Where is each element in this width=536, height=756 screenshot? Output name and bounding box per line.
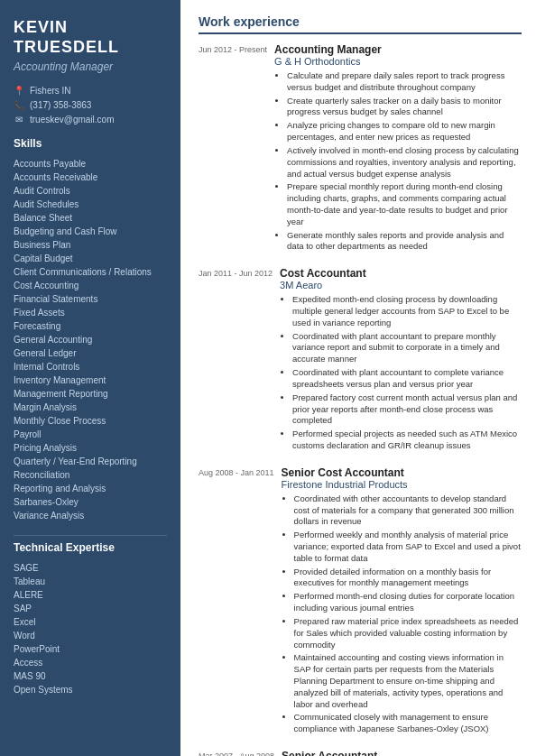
bullet-item: Performed special projects as needed suc… <box>292 429 522 452</box>
bullet-item: Maintained accounting and costing views … <box>294 652 522 710</box>
phone-icon: 📞 <box>14 100 24 110</box>
bullet-item: Calculate and prepare daily sales report… <box>287 70 522 94</box>
job-dates: Mar 2007 - Aug 2008 <box>199 750 274 756</box>
bullet-item: Generate monthly sales reports and provi… <box>287 230 522 254</box>
job-title: Accounting Manager <box>274 43 522 56</box>
jobs-container: Jun 2012 - PresentAccounting ManagerG & … <box>199 43 522 756</box>
job-bullets: Coordinated with other accountants to de… <box>282 493 522 735</box>
phone-item: 📞 (317) 358-3863 <box>14 100 167 110</box>
bullet-item: Create quarterly sales tracker on a dail… <box>287 96 522 119</box>
main-content: Work experience Jun 2012 - PresentAccoun… <box>180 0 536 756</box>
skill-item: Audit Controls <box>14 184 167 198</box>
job-company: Firestone Industrial Products <box>282 479 522 490</box>
job-title: Senior Accountant <box>282 750 522 756</box>
location-item: 📍 Fishers IN <box>14 86 167 96</box>
job-dates: Jun 2012 - Present <box>199 43 267 56</box>
bullet-item: Coordinated with plant accountant to pre… <box>292 331 522 365</box>
sidebar: KEVIN TRUESDELL Accounting Manager 📍 Fis… <box>0 0 180 756</box>
bullet-item: Prepared factory cost current month actu… <box>292 392 522 427</box>
skill-item: Budgeting and Cash Flow <box>14 225 167 238</box>
phone-text: (317) 358-3863 <box>30 100 91 110</box>
skill-item: General Ledger <box>14 346 167 360</box>
skill-item: Balance Sheet <box>14 211 167 225</box>
bullet-item: Prepared raw material price index spread… <box>294 616 522 650</box>
skill-item: Cost Accounting <box>14 279 167 292</box>
skill-item: Capital Budget <box>14 252 167 265</box>
skill-item: Monthly Close Process <box>14 414 167 428</box>
bullet-item: Expedited month-end closing process by d… <box>292 294 522 328</box>
skill-item: General Accounting <box>14 333 167 346</box>
skill-item: Financial Statements <box>14 292 167 306</box>
bullet-item: Prepare special monthly report during mo… <box>287 181 522 227</box>
job-entry: Mar 2007 - Aug 2008Senior AccountantFire… <box>199 750 522 756</box>
skill-item: Fixed Assets <box>14 306 167 319</box>
skill-item: Client Communications / Relations <box>14 265 167 279</box>
tech-item: MAS 90 <box>14 669 167 683</box>
tech-item: Open Systems <box>14 683 167 696</box>
tech-list: SAGETableauALERESAPExcelWordPowerPointAc… <box>14 561 167 696</box>
skill-item: Quarterly / Year-End Reporting <box>14 455 167 468</box>
bullet-item: Coordinated with other accountants to de… <box>294 493 522 528</box>
work-experience-title: Work experience <box>199 14 522 34</box>
location-icon: 📍 <box>14 86 24 96</box>
skill-item: Reporting and Analysis <box>14 482 167 495</box>
skills-list: Accounts PayableAccounts ReceivableAudit… <box>14 157 167 522</box>
skill-item: Accounts Payable <box>14 157 167 171</box>
tech-item: SAP <box>14 602 167 615</box>
tech-item: Access <box>14 656 167 669</box>
skill-item: Forecasting <box>14 319 167 333</box>
job-company: 3M Aearo <box>280 280 522 290</box>
job-entry: Aug 2008 - Jan 2011Senior Cost Accountan… <box>199 466 522 737</box>
tech-item: PowerPoint <box>14 642 167 656</box>
skills-section-title: Skills <box>14 137 167 150</box>
contact-section: 📍 Fishers IN 📞 (317) 358-3863 ✉ trueskev… <box>14 86 167 124</box>
job-bullets: Expedited month-end closing process by d… <box>280 294 522 452</box>
bullet-item: Actively involved in month-end closing p… <box>287 145 522 180</box>
email-item: ✉ trueskev@gmail.com <box>14 115 167 124</box>
job-dates: Jan 2011 - Jun 2012 <box>199 267 273 280</box>
bullet-item: Performed weekly and monthly analysis of… <box>294 530 522 564</box>
candidate-title: Accounting Manager <box>14 60 167 73</box>
skill-item: Audit Schedules <box>14 198 167 211</box>
skill-item: Accounts Receivable <box>14 171 167 184</box>
job-entry: Jan 2011 - Jun 2012Cost Accountant3M Aea… <box>199 267 522 454</box>
job-company: G & H Orthodontics <box>274 56 522 67</box>
job-title: Senior Cost Accountant <box>282 466 522 479</box>
email-icon: ✉ <box>14 115 24 124</box>
candidate-name: KEVIN TRUESDELL <box>14 18 167 57</box>
tech-section-title: Technical Expertise <box>14 535 167 554</box>
skill-item: Payroll <box>14 428 167 441</box>
email-text: trueskev@gmail.com <box>30 115 115 124</box>
tech-item: Excel <box>14 615 167 629</box>
bullet-item: Performed month-end closing duties for c… <box>294 591 522 614</box>
skill-item: Inventory Management <box>14 373 167 387</box>
tech-item: Word <box>14 629 167 642</box>
skill-item: Management Reporting <box>14 387 167 401</box>
job-title: Cost Accountant <box>280 267 522 280</box>
skill-item: Reconciliation <box>14 468 167 482</box>
tech-item: ALERE <box>14 588 167 602</box>
bullet-item: Communicated closely with management to … <box>294 712 522 735</box>
tech-item: SAGE <box>14 561 167 575</box>
skill-item: Sarbanes-Oxley <box>14 495 167 509</box>
skill-item: Pricing Analysis <box>14 441 167 455</box>
skill-item: Business Plan <box>14 238 167 252</box>
skill-item: Variance Analysis <box>14 509 167 522</box>
tech-item: Tableau <box>14 575 167 588</box>
bullet-item: Provided detailed information on a month… <box>294 567 522 590</box>
job-bullets: Calculate and prepare daily sales report… <box>274 70 522 253</box>
skill-item: Internal Controls <box>14 360 167 373</box>
skill-item: Margin Analysis <box>14 401 167 414</box>
bullet-item: Coordinated with plant accountant to com… <box>292 367 522 391</box>
job-dates: Aug 2008 - Jan 2011 <box>199 466 274 479</box>
location-text: Fishers IN <box>30 86 71 96</box>
job-entry: Jun 2012 - PresentAccounting ManagerG & … <box>199 43 522 254</box>
bullet-item: Analyze pricing changes to compare old t… <box>287 120 522 143</box>
